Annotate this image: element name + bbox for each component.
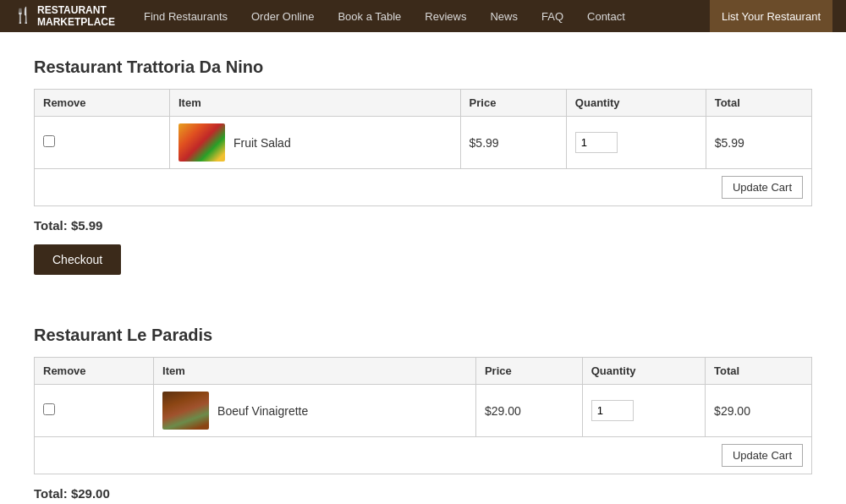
quantity-cell-1 [566,117,706,169]
total-line-2: Total: $29.00 [34,486,812,501]
quantity-cell-2 [582,385,705,437]
item-image-fruit-salad [179,123,225,162]
restaurant-prefix-1: Restaurant [34,58,127,76]
update-cart-button-2[interactable]: Update Cart [722,444,803,467]
item-content-1: Fruit Salad [179,123,452,162]
update-cart-cell-1: Update Cart [35,169,812,206]
brand-icon: 🍴 [14,7,32,25]
update-cart-row-1: Update Cart [35,169,812,206]
remove-cell-2 [35,385,154,437]
col-item-2: Item [154,358,476,385]
nav-faq[interactable]: FAQ [530,0,575,32]
quantity-input-2[interactable] [591,400,634,421]
nav-contact[interactable]: Contact [575,0,637,32]
col-price-2: Price [475,358,582,385]
col-total-1: Total [706,90,811,117]
col-quantity-1: Quantity [566,90,706,117]
col-price-1: Price [460,90,566,117]
total-cell-1: $5.99 [706,117,811,169]
nav-news[interactable]: News [478,0,530,32]
restaurant-prefix-2: Restaurant [34,326,127,344]
cart-table-1: Remove Item Price Quantity Total Fruit S [34,89,812,206]
table-row: Fruit Salad $5.99 $5.99 [35,117,812,169]
price-cell-2: $29.00 [475,385,582,437]
restaurant-name-1: Trattoria Da Nino [127,58,263,76]
restaurant-name-2: Le Paradis [127,326,212,344]
total-cell-2: $29.00 [706,385,812,437]
col-item-1: Item [170,90,461,117]
brand-line2: MARKETPLACE [37,16,115,28]
cart-table-2: Remove Item Price Quantity Total Boeuf V [34,357,812,474]
col-quantity-2: Quantity [582,358,705,385]
update-cart-button-1[interactable]: Update Cart [722,176,803,199]
table-header-row-2: Remove Item Price Quantity Total [35,358,812,385]
nav-reviews[interactable]: Reviews [413,0,478,32]
restaurant-title-2: Restaurant Le Paradis [34,326,812,345]
nav-book-a-table[interactable]: Book a Table [326,0,413,32]
main-content: Restaurant Trattoria Da Nino Remove Item… [0,32,846,504]
col-remove-2: Remove [35,358,154,385]
navbar: 🍴 RESTAURANT MARKETPLACE Find Restaurant… [0,0,846,32]
update-cart-row-2: Update Cart [35,437,812,474]
table-header-row-1: Remove Item Price Quantity Total [35,90,812,117]
item-image-boeuf-vinaigrette [162,392,209,430]
nav-find-restaurants[interactable]: Find Restaurants [132,0,239,32]
nav-links: Find Restaurants Order Online Book a Tab… [132,0,710,32]
update-cart-cell-2: Update Cart [35,437,812,474]
list-restaurant-button[interactable]: List Your Restaurant [710,0,832,32]
total-line-1: Total: $5.99 [34,218,812,233]
remove-checkbox-2[interactable] [43,403,55,415]
brand-logo: 🍴 RESTAURANT MARKETPLACE [14,4,115,29]
col-remove-1: Remove [35,90,170,117]
restaurant-section-2: Restaurant Le Paradis Remove Item Price … [34,326,812,504]
quantity-input-1[interactable] [575,132,618,153]
checkout-button-1[interactable]: Checkout [34,244,121,275]
item-name-1: Fruit Salad [233,136,291,150]
table-row: Boeuf Vinaigrette $29.00 $29.00 [35,385,812,437]
remove-checkbox-1[interactable] [43,135,55,147]
remove-cell-1 [35,117,170,169]
item-cell-2: Boeuf Vinaigrette [154,385,476,437]
col-total-2: Total [706,358,812,385]
item-content-2: Boeuf Vinaigrette [162,392,467,430]
item-cell-1: Fruit Salad [170,117,461,169]
brand-line1: RESTAURANT [37,4,115,16]
price-cell-1: $5.99 [460,117,566,169]
restaurant-title-1: Restaurant Trattoria Da Nino [34,58,812,77]
restaurant-section-1: Restaurant Trattoria Da Nino Remove Item… [34,58,812,300]
nav-order-online[interactable]: Order Online [239,0,326,32]
item-name-2: Boeuf Vinaigrette [217,404,308,418]
